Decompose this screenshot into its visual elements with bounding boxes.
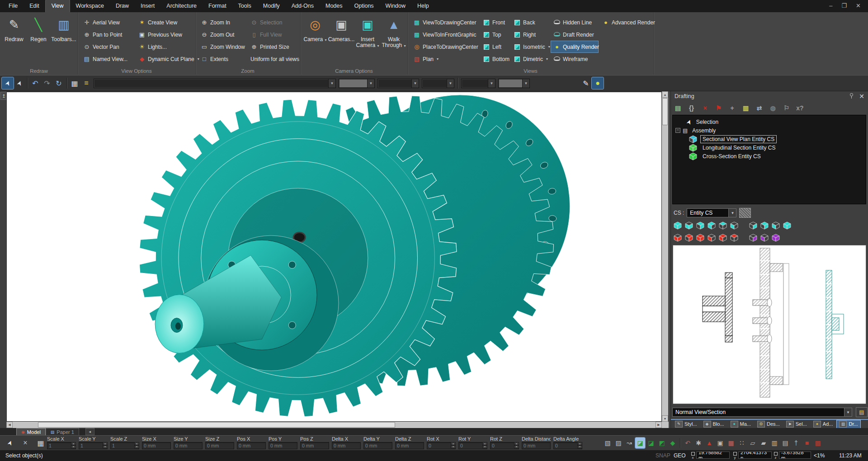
section-cube-purple-icon[interactable]	[760, 233, 769, 244]
field-input[interactable]: 0▲▼	[427, 442, 456, 449]
mirror-entity-icon[interactable]: ▤	[780, 437, 790, 448]
ribbon-item-quality-render[interactable]: ●Quality Render	[551, 41, 599, 53]
ribbon-item-pan-to-point[interactable]: ⊕Pan to Point	[80, 28, 135, 41]
view-mode-select[interactable]: Normal View/Section ▼	[672, 408, 852, 417]
sheet-tab-model[interactable]: ◉Model	[16, 428, 46, 435]
section-cube-red-icon[interactable]	[707, 233, 717, 244]
swap-views-icon[interactable]: ⇄	[754, 103, 764, 113]
menu-item-draw[interactable]: Draw	[110, 0, 135, 12]
spinner-down-icon[interactable]: ▼	[482, 445, 487, 448]
spinner-down-icon[interactable]: ▼	[577, 445, 582, 448]
section-cube-red-icon[interactable]	[673, 233, 683, 244]
view-cube-icon[interactable]	[782, 221, 792, 230]
view-cube-icon[interactable]	[695, 221, 705, 230]
section-cube-purple-icon[interactable]	[748, 233, 758, 242]
section-cube-red-icon[interactable]	[695, 233, 705, 242]
coordinate-y[interactable]: 2704.41373 n	[738, 452, 772, 459]
field-input[interactable]: 0▲▼	[553, 442, 582, 449]
ribbon-item-wireframe[interactable]: Wireframe	[551, 53, 599, 65]
chevron-down-icon[interactable]: ▼	[328, 79, 335, 88]
view-cube-icon[interactable]	[729, 221, 739, 232]
section-cube-red-icon[interactable]	[684, 233, 694, 244]
pin-entity-icon[interactable]: †	[791, 437, 801, 448]
spinner-up-icon[interactable]: ▲	[451, 442, 456, 445]
ribbon-item-zoom-window[interactable]: ▭Zoom Window	[198, 41, 247, 53]
view-options-button[interactable]: ▤	[856, 407, 868, 417]
sync-views-icon[interactable]: ◍	[768, 103, 778, 113]
ribbon-item-printed-size[interactable]: ⊕Printed Size	[248, 41, 301, 53]
field-input[interactable]: 0▲▼	[458, 442, 487, 449]
view-cube-icon[interactable]	[684, 221, 694, 230]
node-edit-icon[interactable]: ▱	[748, 437, 758, 448]
section-cube-red-icon[interactable]	[729, 233, 739, 242]
spinner-control[interactable]: ▲▼	[134, 442, 139, 448]
copy-entity-icon[interactable]: ▥	[769, 437, 779, 448]
ribbon-item-uniform-for-all-views[interactable]: Uniform for all views	[248, 53, 301, 65]
spinner-control[interactable]: ▲▼	[482, 442, 487, 448]
print-3d-icon[interactable]: ▣	[715, 437, 725, 448]
menu-item-insert[interactable]: Insert	[135, 0, 160, 12]
view-cube-icon[interactable]	[729, 221, 739, 230]
ribbon-item-right[interactable]: Right	[511, 28, 550, 41]
tree-item-selection[interactable]: ➤Selection	[673, 118, 866, 126]
select-arrow-icon[interactable]: ➤	[2, 77, 14, 89]
update-views-icon[interactable]: {}	[686, 103, 697, 113]
horizontal-scroll-thumb[interactable]	[38, 422, 395, 428]
spinner-up-icon[interactable]: ▲	[577, 442, 582, 445]
ribbon-item-previous-view[interactable]: ▣Previous View	[136, 28, 194, 41]
ribbon-item-extents[interactable]: □Extents	[198, 53, 247, 65]
spinner-up-icon[interactable]: ▲	[71, 442, 76, 445]
ribbon-button-walk-through[interactable]: ▲Walk Through ▾	[382, 15, 406, 49]
frame-edit-icon[interactable]: ▦	[726, 437, 736, 448]
sheet-tab-scroll-button[interactable]: ◂	[85, 428, 94, 435]
section-red-icon[interactable]: ▩	[813, 437, 823, 448]
spinner-up-icon[interactable]: ▲	[134, 442, 139, 445]
vertex-select-icon[interactable]: ➤	[14, 77, 25, 89]
ribbon-item-plan[interactable]: ▧Plan▾	[410, 53, 479, 65]
section-cube-red-icon[interactable]	[695, 233, 705, 244]
command-prompt[interactable]: Select object(s)	[5, 452, 43, 459]
spinner-down-icon[interactable]: ▼	[103, 445, 108, 448]
menu-item-add-ons[interactable]: Add-Ons	[286, 0, 320, 12]
flag-view-icon[interactable]: ⚑	[713, 103, 724, 113]
field-input[interactable]: 0 mm	[522, 442, 551, 449]
view-cube-icon[interactable]	[760, 221, 769, 230]
ribbon-item-lights-[interactable]: ☀Lights...	[136, 41, 194, 53]
ribbon-item-dynamic-cut-plane[interactable]: ◆Dynamic Cut Plane▾	[136, 53, 194, 65]
ribbon-item-advanced-render[interactable]: ●Advanced Render	[599, 16, 654, 28]
section-preview[interactable]	[673, 245, 866, 404]
ribbon-item-dimetric[interactable]: Dimetric▾	[511, 53, 550, 65]
render-object-icon[interactable]: ◪	[635, 437, 645, 448]
spinner-down-icon[interactable]: ▼	[514, 445, 519, 448]
menu-item-view[interactable]: View	[45, 0, 70, 12]
ribbon-item-named-view-[interactable]: ▤Named View...	[80, 53, 135, 65]
spinner-down-icon[interactable]: ▼	[134, 445, 139, 448]
lineweight-combo[interactable]: ▼	[461, 79, 495, 88]
view-cube-icon[interactable]	[782, 221, 792, 232]
undo-icon[interactable]: ↶	[29, 77, 41, 89]
close-icon[interactable]: ✕	[859, 93, 864, 99]
hatch-pattern-button[interactable]	[739, 208, 751, 218]
selection-table-icon[interactable]: ▦	[35, 437, 46, 448]
view-cube-icon[interactable]	[748, 221, 758, 232]
ribbon-button-regen[interactable]: ╲Regen	[27, 15, 50, 42]
cs-select[interactable]: Entity CS ▼	[687, 208, 736, 217]
hide-cube-icon[interactable]: ▨	[613, 437, 623, 448]
render-mode-icon[interactable]: ●	[592, 77, 604, 89]
clear-selection-icon[interactable]: ×	[20, 437, 31, 448]
add-view-icon[interactable]: +	[727, 103, 737, 113]
pen-style-icon[interactable]: ✎	[580, 77, 592, 89]
spinner-control[interactable]: ▲▼	[577, 442, 582, 448]
spinner-down-icon[interactable]: ▼	[71, 445, 76, 448]
render-selection-icon[interactable]: ◆	[668, 437, 678, 448]
warning-icon[interactable]: ▲	[704, 437, 714, 448]
view-cube-icon[interactable]	[707, 221, 717, 230]
section-cube-teal-icon[interactable]	[688, 135, 698, 144]
tree-item-longitudinal-section-entity-cs[interactable]: Longitudinal Section Entity CS	[673, 143, 866, 152]
redo-icon[interactable]: ↷	[41, 77, 53, 89]
add-sheet-icon[interactable]: ▥	[741, 103, 751, 113]
ribbon-item-hidden-line[interactable]: Hidden Line	[551, 16, 599, 28]
vertical-scroll-thumb[interactable]	[662, 98, 668, 125]
ribbon-button-camera[interactable]: ◎Camera ▾	[303, 15, 327, 49]
menu-item-tools[interactable]: Tools	[232, 0, 257, 12]
